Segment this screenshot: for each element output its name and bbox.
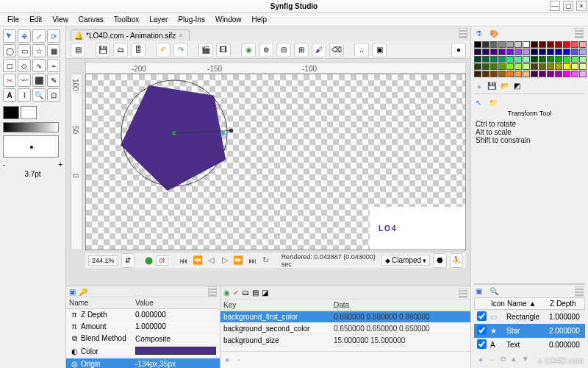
palette-swatch[interactable] [539, 71, 546, 77]
palette-swatch[interactable] [482, 49, 490, 55]
undo-icon[interactable]: ↶ [156, 43, 171, 57]
save-palette-icon[interactable]: 💾 [487, 82, 496, 92]
palette-swatch[interactable] [547, 56, 554, 63]
palette-swatch[interactable] [571, 49, 578, 55]
palette-swatch[interactable] [539, 63, 546, 70]
palette-swatch[interactable] [474, 71, 481, 77]
keyframe-lock-icon[interactable]: ⬣ [433, 253, 446, 268]
render-icon[interactable]: 🎬 [198, 43, 213, 57]
palette-swatch[interactable] [555, 71, 562, 77]
palette-swatch[interactable] [523, 56, 530, 63]
metadata-row[interactable]: background_second_color0.650000 0.650000… [220, 323, 470, 335]
palette-swatch[interactable] [579, 63, 587, 70]
saveall-icon[interactable]: 🗄 [131, 43, 146, 57]
palette-swatch[interactable] [514, 41, 522, 48]
palette-swatch[interactable] [547, 41, 554, 48]
palette-swatch[interactable] [555, 41, 562, 48]
menu-plugins[interactable]: Plug-Ins [173, 14, 209, 25]
seek-nextkey-icon[interactable]: ⏩ [233, 255, 244, 266]
circle-tool[interactable]: ◯ [3, 44, 16, 57]
palette-swatch[interactable] [563, 49, 570, 55]
param-row[interactable]: πAmount1.000000 [66, 321, 220, 333]
palette-swatch[interactable] [555, 63, 562, 70]
palette-swatch[interactable] [531, 63, 538, 70]
seek-start-icon[interactable]: ⏮ [179, 255, 190, 266]
palette-swatch[interactable] [531, 41, 538, 48]
palette-swatch[interactable] [523, 71, 530, 77]
maximize-button[interactable]: ▢ [563, 1, 573, 11]
canvas-menu-icon[interactable]: ▤ [71, 43, 85, 57]
eyedropper-tool[interactable]: ✎ [47, 74, 60, 87]
param-row[interactable]: ◐Color [66, 345, 220, 358]
palette-swatch[interactable] [506, 56, 514, 63]
palette-swatch[interactable] [579, 49, 587, 55]
param-row[interactable]: πZ Depth0.000000 [66, 309, 220, 321]
add-metadata-button[interactable]: ＋ [223, 355, 231, 365]
brush-icon[interactable]: 🖌 [312, 43, 326, 57]
saveas-icon[interactable]: 🗂 [113, 43, 128, 57]
palette-swatch[interactable] [579, 41, 587, 48]
gradient-swatch[interactable] [3, 122, 59, 132]
palette-swatch[interactable] [482, 56, 490, 63]
palette-swatch[interactable] [547, 63, 554, 70]
spline-tool2[interactable]: ⌇ [18, 88, 31, 102]
palette-swatch[interactable] [539, 56, 546, 63]
palette-swatch[interactable] [539, 49, 546, 55]
star-shape[interactable] [108, 74, 240, 199]
menu-view[interactable]: View [48, 14, 73, 25]
palette-swatch[interactable] [482, 41, 490, 48]
palette-swatch[interactable] [571, 71, 578, 77]
layer-visible-checkbox[interactable] [477, 339, 487, 349]
palette-swatch[interactable] [498, 71, 506, 77]
palette-swatch[interactable] [514, 56, 522, 63]
grid-icon[interactable]: ⊟ [276, 43, 291, 57]
frame-value[interactable]: 0f [156, 255, 169, 266]
menu-edit[interactable]: Edit [25, 14, 46, 25]
lower-layer-button[interactable]: ▼ [522, 355, 529, 365]
palette-swatch[interactable] [514, 63, 522, 70]
menu-toolbox[interactable]: Toolbox [110, 14, 143, 25]
rectangle-tool[interactable]: ▭ [18, 44, 31, 57]
seek-end-icon[interactable]: ⏭ [247, 255, 258, 266]
add-layer-button[interactable]: ＋ [477, 355, 484, 365]
interpolation-select[interactable]: ◆ Clamped ▾ [381, 255, 430, 266]
palette-swatch[interactable] [506, 63, 514, 70]
palette-swatch[interactable] [482, 63, 490, 70]
palette-swatch[interactable] [563, 56, 570, 63]
menu-canvas[interactable]: Canvas [74, 14, 108, 25]
menu-layer[interactable]: Layer [145, 14, 172, 25]
move-tool[interactable]: ✥ [18, 29, 31, 43]
menu-help[interactable]: Help [248, 14, 272, 25]
palette-swatch[interactable] [490, 63, 498, 70]
star-tool[interactable]: ☆ [32, 44, 46, 57]
palette-swatch[interactable] [563, 41, 570, 48]
snap-icon[interactable]: ⊚ [259, 43, 273, 57]
palette-swatch[interactable] [514, 71, 522, 77]
palette-swatch[interactable] [474, 56, 481, 63]
animate-mode-icon[interactable]: ⛹ [450, 253, 463, 268]
scale-tool[interactable]: ⤢ [32, 29, 46, 43]
palette-swatch[interactable] [539, 41, 546, 48]
stroke-plus[interactable]: + [58, 160, 62, 169]
text-tool[interactable]: A [3, 88, 16, 102]
layer-visible-checkbox[interactable] [477, 311, 487, 321]
rotate-tool[interactable]: ⟳ [47, 29, 60, 43]
palette-swatch[interactable] [531, 49, 538, 55]
palette-swatch[interactable] [482, 71, 490, 77]
default-palette-icon[interactable]: ◩ [514, 82, 520, 92]
canvas[interactable]: LO4 [85, 74, 466, 250]
palette-swatch[interactable] [571, 56, 578, 63]
stroke-minus[interactable]: - [3, 160, 5, 169]
region-tool[interactable]: ⌁ [47, 59, 60, 72]
remove-layer-button[interactable]: － [489, 355, 496, 365]
palette-swatch[interactable] [531, 56, 538, 63]
palette-swatch[interactable] [563, 63, 570, 70]
param-row[interactable]: ◎Origin-134px,35px [66, 358, 220, 368]
palette-swatch[interactable] [523, 41, 530, 48]
remove-metadata-button[interactable]: － [235, 355, 243, 365]
palette-swatch[interactable] [563, 71, 570, 77]
menu-file[interactable]: File [3, 14, 24, 25]
minimize-button[interactable]: — [550, 1, 560, 11]
zoom-step-icon[interactable]: ⇵ [121, 253, 135, 268]
tab-close-icon[interactable]: × [179, 32, 183, 40]
